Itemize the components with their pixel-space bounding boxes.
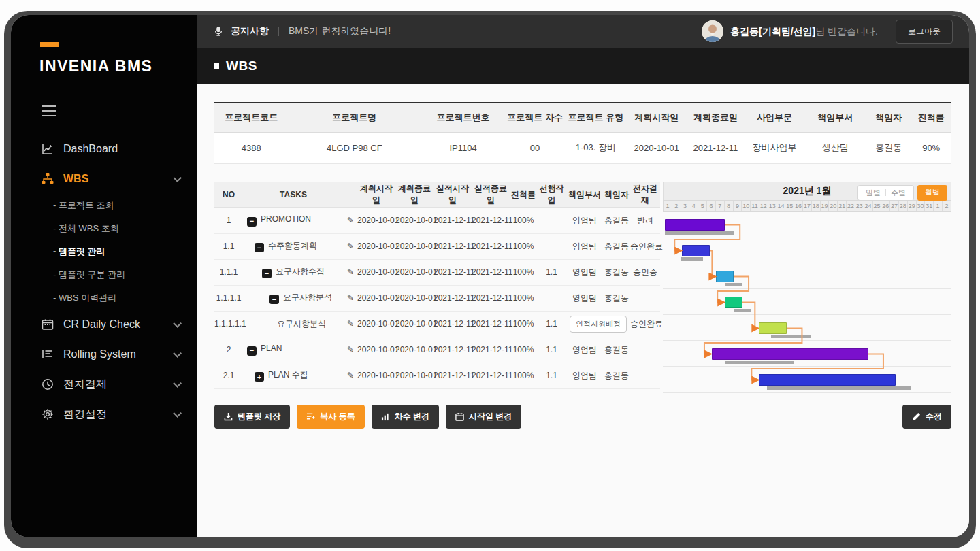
edit-task-icon[interactable]: ✎: [344, 233, 357, 259]
gantt-day-cell: 3: [681, 201, 690, 211]
sidebar-item-approval[interactable]: 전자결제: [11, 369, 197, 399]
content-area: 프로젝트코드프로젝트명프로젝트번호프로젝트 차수프로젝트 유형계획시작일계획종료…: [197, 84, 969, 537]
progress-cell: 100%: [510, 259, 537, 285]
edit-task-icon[interactable]: ✎: [344, 259, 357, 285]
task-no-cell: 1.1.1.1: [214, 285, 243, 311]
approval-status-cell: 승인중: [630, 259, 660, 285]
gantt-day-cell: 30: [917, 201, 926, 211]
collapse-icon[interactable]: −: [247, 346, 257, 356]
copy-register-button[interactable]: 복사 등록: [297, 405, 364, 429]
gantt-day-cell: 23: [855, 201, 864, 211]
collapse-icon[interactable]: −: [247, 217, 257, 227]
sidebar-item-cr-daily-check[interactable]: CR Daily Check: [11, 310, 197, 339]
dept-cell: 영업팀: [566, 363, 603, 388]
task-col-header: 실적시작일: [434, 182, 472, 207]
predecessor-cell: [537, 207, 566, 233]
gantt-baseline-bar: [767, 386, 911, 390]
plan-end-cell: 2020-10-01: [395, 207, 434, 233]
sitemap-icon: [41, 172, 54, 186]
actual-start-cell: 2021-12-11: [434, 207, 472, 233]
edit-task-icon[interactable]: ✎: [344, 207, 357, 233]
logout-button[interactable]: 로그아웃: [896, 20, 953, 44]
gantt-day-cell: 26: [881, 201, 890, 211]
page-title: WBS: [226, 59, 257, 73]
sidebar-item-label: WBS: [63, 173, 88, 185]
gantt-day-cell: 10: [742, 201, 751, 211]
sidebar-item-label: 전자결제: [63, 378, 107, 392]
gantt-view-button[interactable]: 주별: [886, 187, 911, 199]
gantt-baseline-bar: [725, 361, 794, 364]
project-col-header: 진척률: [911, 103, 951, 132]
gantt-day-cell: 6: [707, 201, 716, 211]
gantt-view-monthly-button[interactable]: 월별: [917, 185, 947, 201]
edit-task-icon[interactable]: ✎: [344, 311, 357, 337]
main-area: 공지사항 BMS가 런칭하였습니다! 홍길동[기획팀/선임]님 반갑습니다. 로…: [197, 15, 969, 537]
gantt-task-bar[interactable]: [725, 297, 742, 308]
sidebar-item-rolling-system[interactable]: Rolling System: [11, 339, 197, 369]
gantt-day-cell: 21: [838, 201, 847, 211]
sidebar-subitem[interactable]: - 템플릿 관리: [11, 240, 197, 263]
footer-button-label: 차수 변경: [395, 411, 429, 422]
hamburger-icon[interactable]: [42, 105, 56, 116]
collapse-icon[interactable]: −: [270, 295, 279, 304]
edit-task-icon[interactable]: ✎: [344, 337, 357, 363]
owner-cell: 홍길동: [603, 285, 630, 311]
task-col-header: 실적종료일: [472, 182, 510, 207]
gantt-task-bar[interactable]: [759, 374, 895, 386]
save-template-button[interactable]: 템플릿 저장: [214, 405, 290, 429]
edit-task-icon[interactable]: ✎: [344, 285, 357, 311]
gantt-day-cell: 2: [672, 201, 681, 211]
sidebar-subitem[interactable]: - WBS 이력관리: [11, 286, 197, 310]
actual-end-cell: 2021-12-11: [472, 311, 510, 337]
gantt-day-cell: 17: [803, 201, 812, 211]
gantt-task-bar[interactable]: [712, 348, 868, 360]
project-col-header: 사업부문: [745, 103, 804, 132]
approval-status-cell: 승인완료: [630, 233, 660, 259]
plan-end-cell: 2020-10-01: [395, 363, 434, 388]
plan-start-cell: 2020-10-01: [357, 207, 395, 233]
sidebar-subitem[interactable]: - 프로젝트 조회: [11, 194, 197, 217]
gantt-baseline-bar: [771, 335, 811, 338]
edit-task-icon[interactable]: ✎: [344, 363, 357, 388]
gantt-task-bar[interactable]: [665, 219, 725, 231]
gantt-view-button[interactable]: 일별: [861, 187, 885, 199]
project-value-cell: 4LGD P98 CF: [288, 132, 421, 163]
task-row: 2−PLAN✎2020-10-012020-10-012021-12-11202…: [214, 337, 660, 363]
sidebar-subitem[interactable]: - 템플릿 구분 관리: [11, 263, 197, 286]
expand-icon[interactable]: +: [255, 372, 264, 382]
page-title-bar: WBS: [197, 48, 969, 84]
gantt-day-cell: 19: [821, 201, 830, 211]
task-col-header: 계획종료일: [395, 182, 434, 207]
gantt-view-group: 일별주별: [858, 185, 914, 201]
collapse-icon[interactable]: −: [255, 243, 264, 252]
gantt-day-cell: 4: [689, 201, 698, 211]
task-col-header: TASKS: [243, 182, 344, 207]
gantt-day-cell: 22: [847, 201, 855, 211]
collapse-icon[interactable]: −: [262, 269, 272, 278]
assign-resource-button[interactable]: 인적자원배정: [570, 316, 627, 333]
task-col-header: 진척률: [510, 182, 537, 207]
gantt-view-switcher: 일별주별월별: [858, 185, 947, 201]
edit-button[interactable]: 수정: [902, 405, 951, 429]
sidebar-item-wbs[interactable]: WBS: [11, 164, 197, 194]
sidebar-item-settings[interactable]: 환경설정: [11, 399, 197, 429]
change-startdate-button[interactable]: 시작일 변경: [446, 405, 521, 429]
task-no-cell: 1.1.1.1.1: [214, 311, 243, 337]
change-round-button[interactable]: 차수 변경: [372, 405, 439, 429]
user-greeting: 님 반갑습니다.: [815, 26, 878, 37]
avatar[interactable]: [702, 20, 723, 42]
sidebar-item-dashboard[interactable]: DashBoard: [11, 134, 197, 164]
gantt-task-bar[interactable]: [682, 245, 710, 256]
task-name-cell: −PROMOTION: [243, 207, 344, 233]
wbs-task-area: NOTASKS계획시작일계획종료일실적시작일실적종료일진척률선행작업책임부서책임…: [214, 182, 951, 393]
app-window: INVENIA BMS DashBoardWBS- 프로젝트 조회- 전체 WB…: [11, 15, 969, 537]
task-row: 1.1.1.1.1요구사항분석✎2020-10-012020-10-012021…: [214, 311, 660, 337]
plan-end-cell: 2020-10-01: [395, 259, 434, 285]
gantt-task-bar[interactable]: [759, 322, 787, 334]
task-col-header: 전자결재: [630, 182, 660, 207]
gantt-task-bar[interactable]: [716, 271, 734, 282]
predecessor-cell: 1.1: [537, 259, 566, 285]
task-row: 1.1.1.1−요구사항분석✎2020-10-012020-10-012021-…: [214, 285, 660, 311]
task-label: PLAN: [261, 344, 282, 353]
sidebar-subitem[interactable]: - 전체 WBS 조회: [11, 217, 197, 240]
